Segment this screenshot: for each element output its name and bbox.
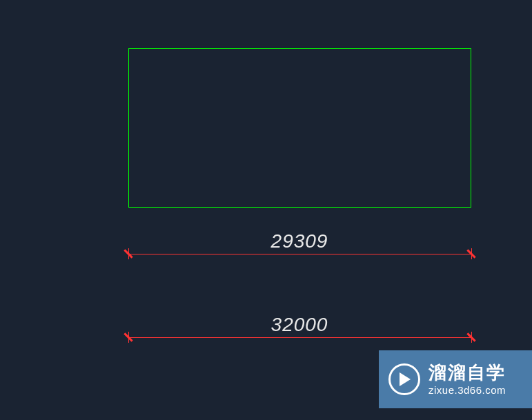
extension-line-2-right — [471, 332, 472, 343]
watermark-url: zixue.3d66.com — [428, 384, 506, 397]
extension-line-2-left — [128, 332, 129, 343]
svg-marker-0 — [400, 372, 411, 386]
dimension-text-1: 29309 — [271, 230, 328, 252]
extension-line-1-left — [128, 248, 129, 259]
dimension-line-1 — [128, 254, 471, 254]
play-icon — [388, 363, 420, 395]
green-rectangle — [128, 48, 471, 208]
dimension-text-2: 32000 — [271, 314, 328, 336]
watermark-badge: 溜溜自学 zixue.3d66.com — [379, 350, 532, 408]
watermark-title: 溜溜自学 — [428, 362, 506, 383]
extension-line-1-right — [471, 248, 472, 259]
watermark-text: 溜溜自学 zixue.3d66.com — [428, 362, 506, 396]
dimension-line-2 — [128, 337, 471, 338]
